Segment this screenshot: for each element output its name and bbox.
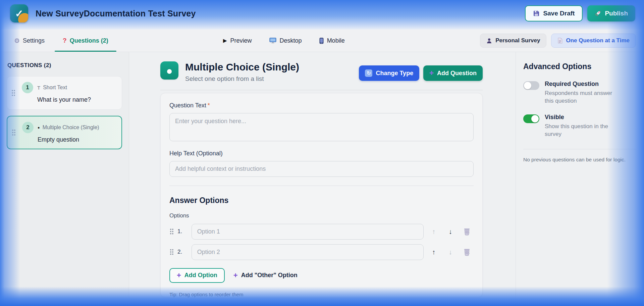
option-number: 1.	[177, 228, 185, 235]
editor-subtitle: Select one option from a list	[185, 75, 299, 83]
drag-handle-icon[interactable]	[11, 129, 16, 136]
document-icon	[557, 38, 562, 44]
questions-sidebar: QUESTIONS (2) 1 T Short Text What is you…	[0, 52, 129, 306]
drag-handle-icon[interactable]	[169, 249, 174, 255]
move-up-icon[interactable]: ↑	[427, 226, 440, 237]
multiple-choice-icon	[160, 61, 178, 80]
play-icon: ▶	[223, 38, 227, 44]
required-question-row: Required Question Respondents must answe…	[523, 81, 637, 105]
header-divider	[160, 90, 483, 90]
option-row-2: 2. ↑ ↓	[169, 244, 474, 260]
options-label: Options	[169, 212, 474, 219]
visible-toggle[interactable]	[523, 114, 539, 123]
visible-row: Visible Show this question in the survey	[523, 114, 637, 138]
plus-icon: +	[233, 272, 238, 279]
tab-questions[interactable]: ? Questions (2)	[61, 30, 110, 52]
question-text-input[interactable]	[169, 113, 474, 141]
swap-arrows-icon: ↻	[365, 69, 372, 77]
short-text-type-icon: T	[37, 85, 40, 91]
logic-note: No previous questions can be used for lo…	[523, 157, 637, 163]
change-type-button[interactable]: ↻ Change Type	[359, 65, 419, 81]
question-number-badge: 1	[22, 82, 33, 93]
move-up-icon[interactable]: ↑	[427, 247, 440, 257]
move-down-icon[interactable]: ↓	[444, 226, 457, 237]
panel-divider	[523, 149, 637, 149]
answer-options-heading: Answer Options	[169, 196, 474, 205]
preview-button[interactable]: ▶ Preview	[223, 37, 252, 44]
option-number: 2.	[177, 249, 185, 255]
add-other-option-button[interactable]: + Add "Other" Option	[233, 272, 298, 279]
app-logo: ✓	[10, 4, 28, 22]
checkmark-icon: ✓	[10, 4, 28, 22]
help-text-label: Help Text (Optional)	[169, 150, 474, 157]
reorder-tip: Tip: Drag options to reorder them	[169, 292, 474, 297]
active-tab-underline	[55, 51, 116, 52]
option-2-input[interactable]	[192, 244, 424, 260]
one-question-mode-toggle[interactable]: One Question at a Time	[551, 34, 636, 48]
option-1-input[interactable]	[192, 224, 424, 240]
question-mark-icon: ?	[63, 37, 67, 44]
mobile-phone-icon	[319, 38, 324, 44]
question-text-label: Question Text*	[169, 102, 474, 109]
question-type-label: Multiple Choice (Single)	[43, 124, 99, 131]
gear-icon: ⚙	[14, 37, 20, 45]
survey-title: New SurveyDocumentation Test Survey	[36, 9, 196, 18]
visible-description: Show this question in the survey	[545, 123, 619, 138]
multiple-choice-type-icon: ●	[38, 125, 40, 130]
advanced-options-panel: Advanced Options Required Question Respo…	[516, 52, 644, 306]
question-form-card: Question Text* Help Text (Optional) Answ…	[160, 93, 483, 297]
desktop-view-button[interactable]: Desktop	[269, 37, 302, 44]
form-divider	[169, 186, 474, 186]
plus-icon: +	[429, 69, 434, 77]
plus-icon: +	[177, 272, 181, 279]
visible-label: Visible	[545, 114, 619, 121]
floppy-disk-icon	[533, 10, 540, 17]
question-number-badge: 2	[22, 122, 34, 133]
question-editor: Multiple Choice (Single) Select one opti…	[129, 52, 516, 306]
required-asterisk: *	[208, 102, 210, 109]
personal-survey-badge: Personal Survey	[480, 34, 546, 48]
question-card-2[interactable]: 2 ● Multiple Choice (Single) Empty quest…	[7, 116, 122, 149]
editor-title: Multiple Choice (Single)	[185, 61, 299, 73]
help-text-input[interactable]	[169, 161, 474, 177]
drag-handle-icon[interactable]	[169, 228, 174, 235]
required-question-toggle[interactable]	[523, 81, 539, 90]
questions-list-heading: QUESTIONS (2)	[7, 62, 122, 69]
required-question-description: Respondents must answer this question	[545, 90, 619, 105]
drag-handle-icon[interactable]	[11, 89, 16, 97]
add-question-button[interactable]: + Add Question	[423, 65, 483, 81]
tab-settings[interactable]: ⚙ Settings	[12, 30, 47, 52]
desktop-monitor-icon	[269, 38, 276, 44]
move-down-icon[interactable]: ↓	[444, 247, 457, 257]
save-draft-button[interactable]: Save Draft	[525, 5, 583, 21]
person-icon	[486, 38, 492, 44]
question-type-label: Short Text	[43, 85, 67, 91]
option-row-1: 1. ↑ ↓	[169, 224, 474, 240]
question-preview-text: Empty question	[38, 136, 117, 143]
publish-button[interactable]: Publish	[587, 5, 635, 21]
required-question-label: Required Question	[545, 81, 619, 88]
question-card-1[interactable]: 1 T Short Text What is your name?	[7, 76, 122, 110]
rocket-icon	[595, 10, 601, 17]
delete-option-icon[interactable]	[460, 247, 474, 257]
mobile-view-button[interactable]: Mobile	[319, 37, 345, 44]
toolbar: ⚙ Settings ? Questions (2) ▶ Preview Des…	[0, 30, 644, 52]
advanced-options-heading: Advanced Options	[523, 62, 637, 71]
delete-option-icon[interactable]	[460, 226, 474, 237]
add-option-button[interactable]: + Add Option	[169, 268, 225, 283]
app-header: ✓ New SurveyDocumentation Test Survey Sa…	[0, 0, 644, 30]
question-preview-text: What is your name?	[37, 96, 117, 103]
